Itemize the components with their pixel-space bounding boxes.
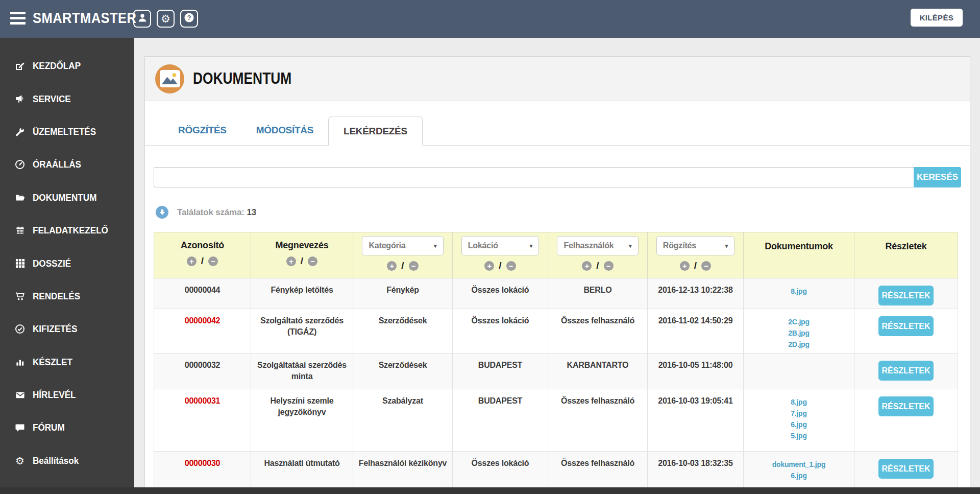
sort-asc-button-kategoria[interactable]: + <box>387 261 397 271</box>
column-header-reszletek: Részletek <box>854 232 958 278</box>
sidebar-item-uzemeltetes[interactable]: ÜZEMELTETÉS <box>0 115 134 148</box>
file-link[interactable]: 2D.jpg <box>748 339 850 350</box>
filter-select-felhasznalok[interactable]: Felhasználók▾ <box>557 236 638 255</box>
search-input[interactable] <box>154 167 914 187</box>
sidebar-item-label: ÜZEMELTETÉS <box>33 126 96 137</box>
sidebar-item-label: DOSSZIÉ <box>33 258 71 269</box>
file-link[interactable]: 8.jpg <box>748 286 850 297</box>
chevron-down-icon: ▾ <box>434 243 437 249</box>
sidebar-item-kezdolap[interactable]: KEZDŐLAP <box>0 50 134 82</box>
sidebar-item-keszlet[interactable]: KÉSZLET <box>0 346 134 379</box>
gear-icon-button[interactable]: ⚙ <box>157 10 175 28</box>
sort-desc-button-lokacio[interactable]: − <box>506 261 516 271</box>
search-button[interactable]: KERESÉS <box>914 167 961 187</box>
sort-controls: +/− <box>154 255 251 267</box>
sort-asc-button-rogzites[interactable]: + <box>680 261 690 271</box>
sidebar-item-label: KIFIZETÉS <box>33 323 77 335</box>
user-icon-button[interactable] <box>133 10 151 28</box>
filter-select-lokacio[interactable]: Lokáció▾ <box>461 236 540 255</box>
card-header: DOKUMENTUM <box>145 57 970 101</box>
cell-details: RÉSZLETEK <box>854 354 958 389</box>
document-card: DOKUMENTUM RÖGZÍTÉSMÓDOSÍTÁSLEKÉRDEZÉS K… <box>144 56 970 494</box>
svg-text:?: ? <box>187 14 191 21</box>
user-icon <box>137 13 148 25</box>
help-icon: ? <box>184 12 194 25</box>
sidebar-item-oraallas[interactable]: ÓRAÁLLÁS <box>0 148 134 181</box>
cell-category: Szerződések <box>353 309 453 354</box>
file-link[interactable]: 8.jpg <box>748 396 850 408</box>
sidebar-nav: KEZDŐLAPSERVICEÜZEMELTETÉSÓRAÁLLÁSDOKUME… <box>0 50 134 494</box>
tab-lekerdezes[interactable]: LEKÉRDEZÉS <box>328 116 423 146</box>
details-button[interactable]: RÉSZLETEK <box>878 286 934 305</box>
sort-controls: +/− <box>548 260 647 271</box>
tab-bar: RÖGZÍTÉSMÓDOSÍTÁSLEKÉRDEZÉS <box>145 115 970 146</box>
cell-location: Összes lokáció <box>453 278 548 309</box>
cell-id: 00000044 <box>154 278 251 309</box>
file-link[interactable]: dokument_1.jpg <box>748 459 850 470</box>
cell-name: Szolgáltató szerződés (TIGÁZ) <box>251 309 353 354</box>
sort-slash: / <box>301 255 303 267</box>
sidebar-item-kifizetes[interactable]: KIFIZETÉS <box>0 313 134 345</box>
filter-select-kategoria[interactable]: Kategória▾ <box>362 236 443 255</box>
sort-asc-button-azonosito[interactable]: + <box>187 256 197 266</box>
edit-icon <box>14 61 26 71</box>
sort-desc-button-kategoria[interactable]: − <box>409 261 419 271</box>
tab-modositas[interactable]: MÓDOSÍTÁS <box>241 115 328 145</box>
help-icon-button[interactable]: ? <box>180 10 198 28</box>
documents-table: Azonosító+/−Megnevezés+/−Kategória▾+/−Lo… <box>154 232 958 494</box>
sidebar-item-service[interactable]: SERVICE <box>0 82 134 115</box>
sort-desc-button-azonosito[interactable]: − <box>208 256 218 266</box>
details-button[interactable]: RÉSZLETEK <box>878 316 934 336</box>
file-link[interactable]: 7.jpg <box>748 408 850 419</box>
wrench-icon <box>14 127 26 137</box>
sidebar-item-dosszie[interactable]: DOSSZIÉ <box>0 247 134 279</box>
hamburger-menu-icon[interactable] <box>10 12 26 26</box>
column-header-lokacio: Lokáció▾+/− <box>453 232 548 278</box>
sidebar-item-label: KÉSZLET <box>33 357 72 368</box>
app-brand: SMARTMASTER <box>33 10 136 27</box>
logout-button[interactable]: KILÉPÉS <box>911 9 963 27</box>
sort-asc-button-megnevezes[interactable]: + <box>286 256 296 266</box>
main-content: DOKUMENTUM RÖGZÍTÉSMÓDOSÍTÁSLEKÉRDEZÉS K… <box>134 38 980 494</box>
file-link[interactable]: 2C.jpg <box>748 316 850 327</box>
tab-rogzites[interactable]: RÖGZÍTÉS <box>163 115 241 145</box>
check-circle-icon <box>14 324 26 334</box>
filter-select-rogzites[interactable]: Rögzítés▾ <box>656 236 734 255</box>
envelope-icon <box>14 390 26 400</box>
file-link[interactable]: 2B.jpg <box>748 327 850 339</box>
megaphone-icon <box>14 94 26 104</box>
sort-asc-button-felhasznalok[interactable]: + <box>582 261 592 271</box>
download-arrow-icon[interactable] <box>156 206 168 219</box>
topbar: SMARTMASTER ⚙? KILÉPÉS <box>0 0 980 38</box>
sidebar-item-feladatkezelo[interactable]: FELADATKEZELŐ <box>0 214 134 247</box>
cell-location: Összes lokáció <box>453 309 548 354</box>
table-row: 00000032Szolgáltatáai szerződés mintaSze… <box>154 354 958 389</box>
cell-files <box>744 354 854 389</box>
file-link[interactable]: 5.jpg <box>748 430 850 441</box>
sort-desc-button-felhasznalok[interactable]: − <box>604 261 614 271</box>
cell-location: BUDAPEST <box>453 354 548 389</box>
sidebar: KEZDŐLAPSERVICEÜZEMELTETÉSÓRAÁLLÁSDOKUME… <box>0 38 134 494</box>
sort-desc-button-megnevezes[interactable]: − <box>308 256 317 266</box>
photo-icon <box>155 64 184 93</box>
cell-users: BERLO <box>548 278 648 309</box>
sort-asc-button-lokacio[interactable]: + <box>484 261 494 271</box>
file-link[interactable]: 6.jpg <box>748 470 850 481</box>
sidebar-item-label: FELADATKEZELŐ <box>33 225 108 236</box>
cell-users: KARBANTARTO <box>548 354 648 389</box>
sidebar-item-hirlevel[interactable]: HÍRLEVÉL <box>0 379 134 411</box>
sidebar-item-beallitasok[interactable]: ⚙Beállítások <box>0 444 134 477</box>
details-button[interactable]: RÉSZLETEK <box>878 361 934 381</box>
sort-desc-button-rogzites[interactable]: − <box>701 261 711 271</box>
bottom-strip <box>0 487 980 494</box>
sidebar-item-dokumentum[interactable]: DOKUMENTUM <box>0 181 134 214</box>
sidebar-item-forum[interactable]: FÓRUM <box>0 411 134 444</box>
sort-controls: +/− <box>453 260 548 271</box>
sidebar-item-label: FÓRUM <box>33 422 65 433</box>
column-header-dokumentumok: Dokumentumok <box>744 232 854 278</box>
sidebar-item-rendeles[interactable]: RENDELÉS <box>0 280 134 313</box>
details-button[interactable]: RÉSZLETEK <box>878 459 934 479</box>
comment-icon <box>14 422 26 433</box>
file-link[interactable]: 6.jpg <box>748 419 850 430</box>
details-button[interactable]: RÉSZLETEK <box>878 396 934 416</box>
